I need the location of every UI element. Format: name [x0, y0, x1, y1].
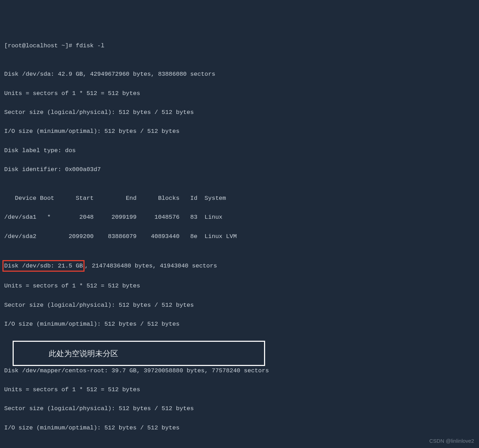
sda-io: I/O size (minimum/optimal): 512 bytes / …: [4, 127, 475, 136]
partition-header: Device Boot Start End Blocks Id System: [4, 194, 475, 203]
sda-label: Disk label type: dos: [4, 146, 475, 155]
partition-row: /dev/sda1 * 2048 2099199 1048576 83 Linu…: [4, 212, 475, 222]
sdb-sector: Sector size (logical/physical): 512 byte…: [4, 300, 475, 310]
sdb-header-rest: , 21474836480 bytes, 41943040 sectors: [85, 263, 217, 269]
root-units: Units = sectors of 1 * 512 = 512 bytes: [4, 385, 475, 394]
sdb-header-line: Disk /dev/sdb: 21.5 GB, 21474836480 byte…: [4, 260, 475, 272]
watermark: CSDN @linlinlove2: [429, 437, 474, 445]
root-io: I/O size (minimum/optimal): 512 bytes / …: [4, 423, 475, 433]
annotation-box: 此处为空说明未分区: [13, 341, 265, 366]
sda-sector: Sector size (logical/physical): 512 byte…: [4, 108, 475, 117]
highlight-box: Disk /dev/sdb: 21.5 GB: [2, 260, 85, 272]
sda-ident: Disk identifier: 0x000a03d7: [4, 165, 475, 174]
sda-header: Disk /dev/sda: 42.9 GB, 42949672960 byte…: [4, 69, 475, 79]
prompt-line: [root@localhost ~]# fdisk -l: [4, 41, 475, 50]
sda-units: Units = sectors of 1 * 512 = 512 bytes: [4, 89, 475, 98]
root-header: Disk /dev/mapper/centos-root: 39.7 GB, 3…: [4, 366, 475, 375]
sdb-units: Units = sectors of 1 * 512 = 512 bytes: [4, 281, 475, 291]
sdb-io: I/O size (minimum/optimal): 512 bytes / …: [4, 319, 475, 329]
partition-row: /dev/sda2 2099200 83886079 40893440 8e L…: [4, 232, 475, 241]
root-sector: Sector size (logical/physical): 512 byte…: [4, 404, 475, 413]
